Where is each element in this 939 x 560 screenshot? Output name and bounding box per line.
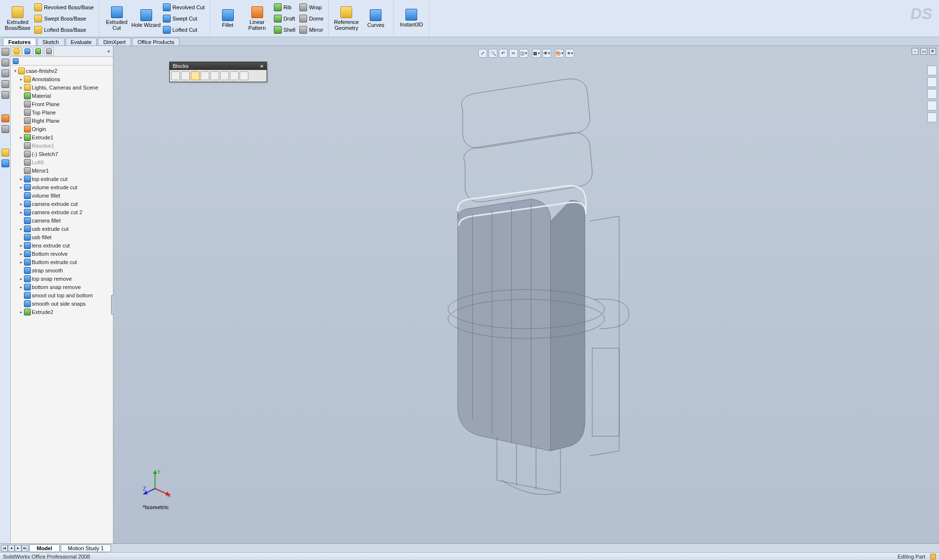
section-view-button[interactable]: ✂ bbox=[509, 49, 518, 58]
bottom-tab-motion[interactable]: Motion Study 1 bbox=[61, 544, 111, 552]
vtool-icon-2[interactable] bbox=[1, 59, 9, 67]
taskpane-file-explorer[interactable] bbox=[927, 89, 937, 99]
block-btn-5[interactable] bbox=[210, 71, 219, 80]
tree-item[interactable]: ▸top extrude cut bbox=[12, 175, 113, 183]
tree-item[interactable]: smoot out top and bottom bbox=[12, 291, 113, 299]
bottom-nav-prev[interactable]: ◂ bbox=[8, 545, 15, 552]
tree-tab-config[interactable] bbox=[33, 47, 43, 56]
bottom-nav-first[interactable]: |◂ bbox=[1, 545, 8, 552]
swept-boss-button[interactable]: Swept Boss/Base bbox=[32, 13, 96, 24]
reference-geometry-button[interactable]: Reference Geometry bbox=[332, 1, 361, 36]
vtool-icon-7[interactable] bbox=[1, 125, 9, 133]
graphics-viewport[interactable]: ⤢ 🔍 ↶ ✂ ◫ ▦ 👁 🎨 ☀ – ▭ ✕ Block bbox=[113, 46, 939, 543]
tree-tab-feature[interactable] bbox=[12, 47, 22, 56]
tree-item[interactable]: smooth out side snaps bbox=[12, 299, 113, 308]
block-btn-3[interactable] bbox=[191, 71, 200, 80]
blocks-close-button[interactable]: ✕ bbox=[260, 64, 264, 69]
block-btn-8[interactable] bbox=[240, 71, 248, 80]
tree-item[interactable]: ▸top snap remove bbox=[12, 274, 113, 283]
dome-button[interactable]: Dome bbox=[297, 13, 325, 24]
viewport-restore[interactable]: ▭ bbox=[920, 48, 927, 55]
swept-cut-button[interactable]: Swept Cut bbox=[161, 13, 207, 24]
tree-item[interactable]: usb fillet bbox=[12, 233, 113, 241]
tree-item[interactable]: Loft9 bbox=[12, 158, 113, 166]
tree-tab-dimxpert[interactable] bbox=[44, 47, 54, 56]
extruded-cut-button[interactable]: Extruded Cut bbox=[102, 1, 132, 36]
tree-item[interactable]: strap smooth bbox=[12, 266, 113, 274]
viewport-minimize[interactable]: – bbox=[912, 48, 918, 55]
tree-item[interactable]: ▸Annotations bbox=[12, 75, 113, 83]
tree-item[interactable]: Right Plane bbox=[12, 116, 113, 125]
fillet-button[interactable]: Fillet bbox=[213, 1, 243, 36]
block-btn-1[interactable] bbox=[171, 71, 180, 80]
bottom-tab-model[interactable]: Model bbox=[29, 544, 60, 552]
tree-item[interactable]: ▸camera extrude cut bbox=[12, 200, 113, 208]
zoom-area-button[interactable]: 🔍 bbox=[489, 49, 497, 58]
instant3d-button[interactable]: Instant3D bbox=[397, 1, 426, 36]
vtool-icon-5[interactable] bbox=[1, 91, 9, 99]
tree-item[interactable]: ▸Lights, Cameras and Scene bbox=[12, 83, 113, 91]
tree-item[interactable]: Revolve1 bbox=[12, 141, 113, 150]
draft-button[interactable]: Draft bbox=[272, 13, 297, 24]
tree-item[interactable]: ▸usb extrude cut bbox=[12, 224, 113, 233]
taskpane-home[interactable] bbox=[927, 66, 937, 75]
block-btn-4[interactable] bbox=[201, 71, 209, 80]
blocks-toolbar-window[interactable]: Blocks ✕ bbox=[169, 62, 267, 82]
rib-button[interactable]: Rib bbox=[272, 2, 297, 13]
tree-item[interactable]: ▸lens extrude cut bbox=[12, 241, 113, 249]
tree-expand-button[interactable]: » bbox=[105, 48, 112, 54]
tree-tab-property[interactable] bbox=[22, 47, 32, 56]
tree-item[interactable]: volume fillet bbox=[12, 191, 113, 200]
tree-root[interactable]: ▾ case-finishv2 bbox=[12, 67, 113, 75]
blocks-titlebar[interactable]: Blocks ✕ bbox=[170, 62, 267, 70]
revolved-cut-button[interactable]: Revolved Cut bbox=[161, 2, 207, 13]
vtool-icon-8[interactable] bbox=[1, 149, 9, 157]
vtool-icon-9[interactable] bbox=[1, 159, 9, 167]
lofted-boss-button[interactable]: Lofted Boss/Base bbox=[32, 24, 96, 35]
viewport-close[interactable]: ✕ bbox=[929, 48, 936, 55]
vtool-icon-4[interactable] bbox=[1, 80, 9, 88]
revolved-boss-button[interactable]: Revolved Boss/Base bbox=[32, 2, 96, 13]
wrap-button[interactable]: Wrap bbox=[297, 2, 325, 13]
hide-show-button[interactable]: 👁 bbox=[542, 49, 551, 58]
taskpane-design-library[interactable] bbox=[927, 77, 937, 87]
tab-office-products[interactable]: Office Products bbox=[132, 38, 179, 45]
taskpane-view-palette[interactable] bbox=[927, 101, 937, 111]
block-btn-7[interactable] bbox=[230, 71, 239, 80]
prev-view-button[interactable]: ↶ bbox=[499, 49, 508, 58]
extruded-boss-button[interactable]: Extruded Boss/Base bbox=[3, 1, 32, 36]
block-btn-6[interactable] bbox=[220, 71, 229, 80]
shell-button[interactable]: Shell bbox=[272, 24, 297, 35]
tab-evaluate[interactable]: Evaluate bbox=[66, 38, 97, 45]
tree-item[interactable]: Top Plane bbox=[12, 108, 113, 116]
hole-wizard-button[interactable]: Hole Wizard bbox=[132, 1, 161, 36]
tree-item[interactable]: ▸camera extrude cut 2 bbox=[12, 208, 113, 216]
view-orientation-button[interactable]: ◫ bbox=[519, 49, 528, 58]
orientation-triad[interactable]: Y X Z bbox=[143, 469, 172, 499]
mirror-button[interactable]: Mirror bbox=[297, 24, 325, 35]
scene-button[interactable]: ☀ bbox=[565, 49, 574, 58]
tree-item[interactable]: Mirror1 bbox=[12, 166, 113, 175]
display-style-button[interactable]: ▦ bbox=[532, 49, 541, 58]
filter-icon[interactable] bbox=[13, 58, 19, 64]
tree-item[interactable]: ▸volume extrude cut bbox=[12, 183, 113, 191]
tree-item[interactable]: Front Plane bbox=[12, 100, 113, 108]
tab-sketch[interactable]: Sketch bbox=[37, 38, 65, 45]
tree-item[interactable]: ▸Bottom revolve bbox=[12, 249, 113, 258]
tree-item[interactable]: Material bbox=[12, 91, 113, 100]
linear-pattern-button[interactable]: Linear Pattern bbox=[243, 1, 272, 36]
tree-item[interactable]: camera fillet bbox=[12, 216, 113, 224]
tree-item[interactable]: ▸Extrude1 bbox=[12, 133, 113, 141]
vtool-icon-1[interactable] bbox=[1, 48, 9, 56]
tree-item[interactable]: (-) Sketch7 bbox=[12, 150, 113, 158]
feature-tree[interactable]: ▾ case-finishv2 ▸Annotations▸Lights, Cam… bbox=[11, 66, 113, 543]
bottom-nav-last[interactable]: ▸| bbox=[22, 545, 28, 552]
bottom-nav-next[interactable]: ▸ bbox=[15, 545, 22, 552]
tab-dimxpert[interactable]: DimXpert bbox=[98, 38, 131, 45]
curves-button[interactable]: Curves bbox=[361, 1, 390, 36]
block-btn-2[interactable] bbox=[181, 71, 190, 80]
status-icon[interactable] bbox=[930, 554, 936, 560]
taskpane-appearances[interactable] bbox=[927, 112, 937, 122]
appearance-button[interactable]: 🎨 bbox=[555, 49, 564, 58]
vtool-icon-6[interactable] bbox=[1, 114, 9, 122]
